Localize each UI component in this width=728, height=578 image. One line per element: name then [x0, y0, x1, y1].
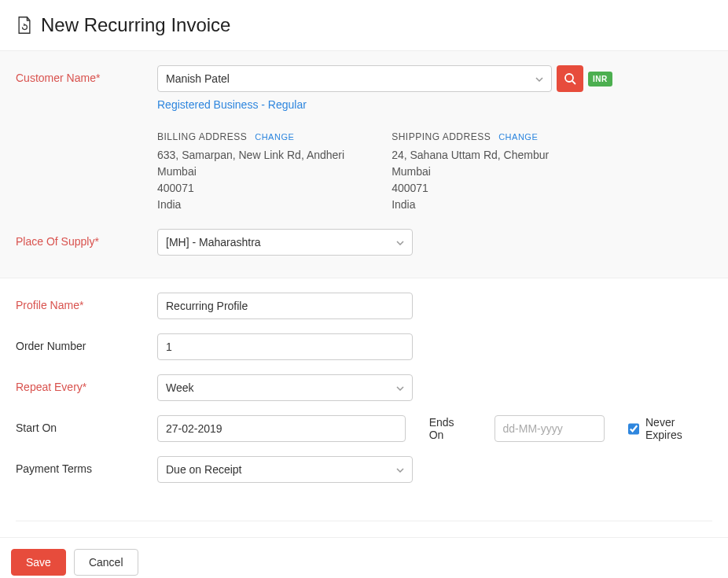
chevron-down-icon [396, 238, 404, 247]
shipping-postal: 400071 [392, 180, 549, 197]
payment-terms-label: Payment Terms [16, 456, 157, 475]
shipping-line1: 24, Sahana Uttam Rd, Chembur [392, 147, 549, 164]
page-header: New Recurring Invoice [0, 0, 728, 51]
footer-actions: Save Cancel [0, 537, 728, 578]
page-title: New Recurring Invoice [41, 14, 230, 36]
payment-terms-value: Due on Receipt [166, 463, 242, 476]
customer-name-value: Manish Patel [166, 72, 230, 85]
billing-address-title: BILLING ADDRESS [157, 130, 247, 144]
billing-country: India [157, 197, 344, 213]
chevron-down-icon [396, 466, 404, 474]
profile-name-label: Profile Name* [16, 293, 157, 311]
currency-badge: INR [588, 72, 612, 87]
customer-search-button[interactable] [557, 65, 583, 92]
recurring-invoice-icon [16, 16, 33, 35]
ends-on-label: Ends On [429, 416, 471, 441]
order-number-input[interactable] [157, 333, 413, 360]
recurring-section: Profile Name* Order Number Repeat Every*… [0, 278, 728, 505]
billing-change-link[interactable]: CHANGE [255, 131, 294, 144]
search-icon [564, 72, 576, 85]
order-number-label: Order Number [16, 333, 157, 352]
never-expires-checkbox[interactable] [628, 423, 640, 435]
shipping-address: SHIPPING ADDRESS CHANGE 24, Sahana Uttam… [392, 130, 549, 213]
shipping-city: Mumbai [392, 164, 549, 180]
billing-address: BILLING ADDRESS CHANGE 633, Samarpan, Ne… [157, 130, 344, 213]
billing-postal: 400071 [157, 180, 344, 197]
customer-name-label: Customer Name* [16, 65, 157, 84]
customer-section: Customer Name* Manish Patel INR Regist [0, 51, 728, 278]
repeat-every-label: Repeat Every* [16, 374, 157, 393]
start-on-input[interactable] [157, 415, 406, 442]
ends-on-input[interactable] [495, 415, 605, 442]
never-expires-label: Never Expires [645, 416, 712, 441]
save-button[interactable]: Save [11, 549, 66, 576]
cancel-button[interactable]: Cancel [74, 549, 138, 576]
svg-line-1 [572, 81, 575, 84]
business-type-link[interactable]: Registered Business - Regular [157, 98, 712, 111]
shipping-address-title: SHIPPING ADDRESS [392, 130, 491, 144]
place-of-supply-value: [MH] - Maharashtra [166, 236, 261, 249]
repeat-every-value: Week [166, 381, 194, 394]
shipping-change-link[interactable]: CHANGE [498, 131, 538, 144]
customer-name-select[interactable]: Manish Patel [157, 65, 552, 92]
place-of-supply-select[interactable]: [MH] - Maharashtra [157, 229, 413, 256]
repeat-every-select[interactable]: Week [157, 374, 413, 401]
section-divider [16, 521, 712, 521]
profile-name-input[interactable] [157, 293, 413, 319]
start-on-label: Start On [16, 415, 157, 434]
shipping-country: India [392, 197, 549, 213]
billing-line1: 633, Samarpan, New Link Rd, Andheri [157, 147, 344, 164]
chevron-down-icon [396, 384, 404, 392]
svg-point-0 [565, 74, 573, 82]
chevron-down-icon [535, 75, 543, 83]
payment-terms-select[interactable]: Due on Receipt [157, 456, 413, 483]
place-of-supply-label: Place Of Supply* [16, 229, 157, 248]
billing-city: Mumbai [157, 164, 344, 180]
